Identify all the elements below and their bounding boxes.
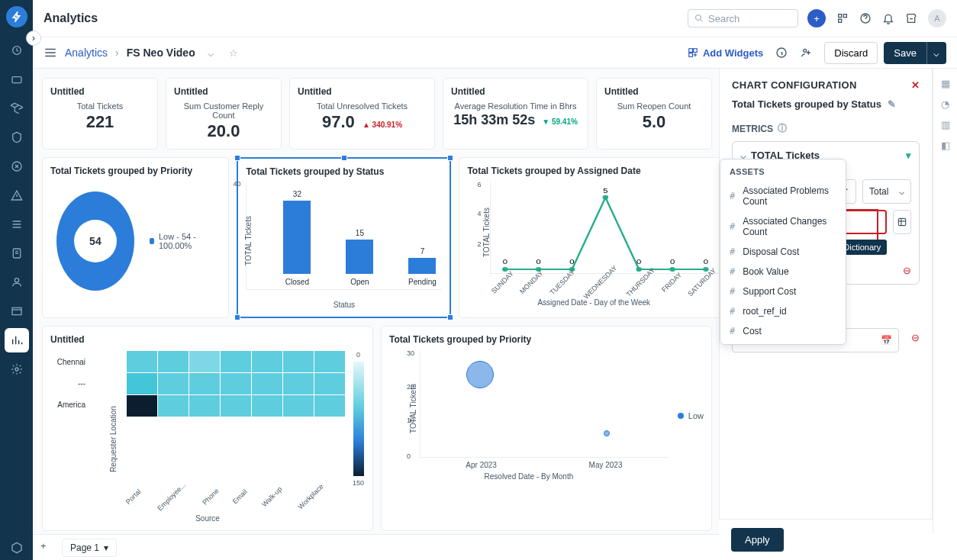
svg-point-15: [804, 49, 807, 52]
svg-point-6: [696, 15, 701, 21]
page-tab[interactable]: Page 1▾: [62, 539, 117, 557]
field-dropdown-menu: ASSETS #Associated Problems Count #Assoc…: [720, 159, 846, 345]
chevron-down-icon[interactable]: ⌵: [208, 47, 214, 59]
filter-icon[interactable]: ▾: [906, 150, 911, 161]
svg-point-21: [670, 267, 676, 272]
chart-donut[interactable]: Total Tickets grouped by Priority 54 Low…: [42, 157, 229, 318]
nav-analytics-icon[interactable]: [5, 328, 29, 352]
marketplace-icon[interactable]: [905, 12, 917, 24]
metric-card[interactable]: UntitledSum Customer Reply Count20.0: [166, 78, 282, 150]
menu-item[interactable]: #Cost: [720, 321, 846, 341]
chart-config-panel: CHART CONFIGURATION✕ Total Tickets group…: [719, 69, 933, 534]
rail-style-icon[interactable]: ◧: [941, 140, 950, 151]
metric-card[interactable]: UntitledSum Reopen Count5.0: [596, 78, 712, 150]
data-dictionary-button[interactable]: [893, 210, 911, 234]
share-icon[interactable]: [800, 47, 812, 59]
menu-item[interactable]: #Book Value: [720, 262, 846, 282]
nav-shield-icon[interactable]: [5, 125, 29, 150]
svg-text:0: 0: [503, 258, 508, 266]
user-avatar[interactable]: A: [928, 9, 946, 27]
favorite-star-icon[interactable]: ☆: [229, 47, 238, 59]
nav-users-icon[interactable]: [5, 270, 29, 294]
dashboard-canvas: UntitledTotal Tickets221 UntitledSum Cus…: [33, 69, 721, 534]
rail-thumbnail-icon[interactable]: ▦: [941, 78, 950, 89]
chart-bar-selected[interactable]: Total Tickets grouped by Status TOTAL Ti…: [237, 157, 451, 318]
page-title: Analytics: [44, 11, 688, 25]
menu-item[interactable]: #Associated Problems Count: [720, 181, 846, 211]
rail-chart-icon[interactable]: ◔: [941, 98, 949, 110]
metric-card[interactable]: UntitledAverage Resolution Time in Bhrs1…: [443, 78, 588, 150]
right-rail: ▦ ◔ ▥ ◧: [933, 69, 957, 534]
remove-group-icon[interactable]: ⊖: [911, 332, 920, 343]
svg-rect-11: [689, 49, 693, 53]
edit-icon[interactable]: ✎: [888, 98, 896, 110]
app-logo[interactable]: [6, 6, 27, 27]
chart-heatmap[interactable]: Untitled Chennai---America 0 150 PortalE…: [42, 326, 373, 531]
nav-tickets-icon[interactable]: [5, 67, 29, 92]
metric-card[interactable]: UntitledTotal Tickets221: [42, 78, 158, 150]
nav-problems-icon[interactable]: [5, 96, 29, 121]
panel-subtitle: Total Tickets grouped by Status: [732, 98, 881, 110]
sidebar-expand-toggle[interactable]: ›: [26, 31, 41, 46]
svg-point-4: [14, 278, 18, 282]
info-icon[interactable]: [775, 47, 788, 59]
svg-text:5: 5: [604, 187, 609, 195]
svg-rect-1: [12, 77, 21, 83]
chart-line[interactable]: Total Tickets grouped by Assigned Date T…: [459, 157, 721, 318]
breadcrumb-root[interactable]: Analytics: [65, 47, 108, 59]
search-placeholder: Search: [708, 13, 740, 24]
svg-rect-13: [689, 53, 693, 57]
svg-text:0: 0: [570, 258, 575, 266]
svg-point-20: [636, 267, 643, 272]
menu-item[interactable]: #root_ref_id: [720, 301, 846, 321]
help-icon[interactable]: [859, 12, 872, 24]
remove-metric-icon[interactable]: ⊖: [903, 265, 911, 276]
hamburger-icon[interactable]: [44, 46, 57, 60]
discard-button[interactable]: Discard: [824, 42, 878, 64]
close-icon[interactable]: ✕: [911, 79, 920, 91]
nav-dashboard-icon[interactable]: [5, 38, 29, 63]
menu-item[interactable]: #Associated Changes Count: [720, 211, 846, 242]
svg-rect-30: [898, 218, 905, 225]
nav-cube-icon[interactable]: [5, 536, 29, 560]
svg-rect-8: [843, 14, 846, 18]
save-button[interactable]: Save: [884, 42, 926, 64]
page-footer: + Page 1▾: [33, 534, 719, 560]
menu-item[interactable]: #Disposal Cost: [720, 242, 846, 262]
apply-button[interactable]: Apply: [731, 528, 784, 552]
menu-item[interactable]: #Support Cost: [720, 282, 846, 301]
nav-contracts-icon[interactable]: [5, 241, 29, 266]
add-page-button[interactable]: +: [40, 540, 56, 555]
new-button[interactable]: +: [807, 9, 826, 27]
rail-layout-icon[interactable]: ▥: [941, 119, 950, 130]
save-dropdown[interactable]: ⌵: [926, 42, 946, 64]
notifications-icon[interactable]: [882, 12, 894, 24]
svg-text:0: 0: [704, 258, 709, 266]
panel-title: CHART CONFIGURATION: [732, 79, 857, 91]
nav-settings-icon[interactable]: [5, 357, 29, 381]
breadcrumb: Analytics › FS Neo Video ⌵: [65, 47, 214, 59]
svg-text:0: 0: [536, 258, 542, 266]
metric-card[interactable]: UntitledTotal Unresolved Tickets97.0 ▲ 3…: [289, 78, 435, 150]
chart-scatter[interactable]: Total Tickets grouped by Priority TOTAL …: [381, 326, 712, 531]
svg-rect-9: [839, 19, 842, 22]
svg-text:0: 0: [670, 258, 675, 266]
svg-point-5: [15, 368, 18, 371]
nav-assets-icon[interactable]: [5, 212, 29, 237]
svg-rect-12: [694, 49, 698, 53]
svg-text:0: 0: [637, 258, 643, 266]
nav-solutions-icon[interactable]: [5, 299, 29, 323]
top-header: Analytics Search + A: [33, 0, 957, 37]
subheader: Analytics › FS Neo Video ⌵ ☆ Add Widgets…: [33, 37, 957, 69]
global-search[interactable]: Search: [688, 9, 798, 27]
metric-agg-select[interactable]: Total⌵: [862, 179, 911, 204]
nav-releases-icon[interactable]: [5, 154, 29, 179]
breadcrumb-current: FS Neo Video: [127, 47, 195, 59]
add-widgets-button[interactable]: Add Widgets: [688, 47, 763, 59]
left-sidebar: [0, 0, 33, 560]
apply-bar: Apply: [719, 519, 933, 560]
svg-point-19: [603, 195, 609, 200]
nav-alerts-icon[interactable]: [5, 183, 29, 208]
svg-rect-7: [839, 14, 842, 18]
launcher-icon[interactable]: [836, 12, 849, 24]
